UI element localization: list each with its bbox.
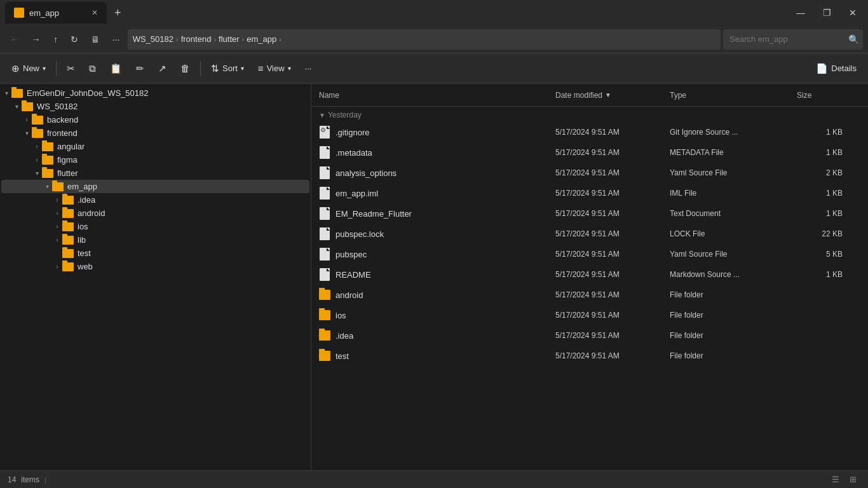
address-more-button[interactable]: ··· xyxy=(107,32,125,47)
table-row[interactable]: pubspec.lock5/17/2024 9:51 AMLOCK File22… xyxy=(311,224,868,244)
grid-view-button[interactable]: ⊞ xyxy=(846,473,860,485)
cut-button[interactable]: ✂ xyxy=(60,59,81,78)
file-name-text: em_app.iml xyxy=(336,189,378,198)
sidebar-item-WS50182[interactable]: ▾WS_50182 xyxy=(1,100,309,113)
file-icon-gear: ⚙ xyxy=(319,126,330,139)
tree-arrow-web: › xyxy=(52,263,62,270)
table-row[interactable]: em_app.iml5/17/2024 9:51 AMIML File1 KB xyxy=(311,183,868,203)
new-icon: ⊕ xyxy=(11,63,20,74)
file-name-text: pubspec.lock xyxy=(336,229,384,239)
sidebar-item-backend[interactable]: ›backend xyxy=(1,113,309,126)
sort-dropdown-arrow: ▾ xyxy=(241,65,244,72)
folder-icon-.idea xyxy=(62,196,74,205)
tree-arrow-frontend: ▾ xyxy=(22,130,32,137)
file-icon-doc xyxy=(319,248,330,261)
sidebar-item-android[interactable]: ›android xyxy=(1,207,309,220)
breadcrumb-flutter[interactable]: flutter xyxy=(219,34,240,44)
sidebar-item-em_app[interactable]: ▾em_app xyxy=(1,180,309,193)
folder-icon-WS50182 xyxy=(22,102,33,111)
forward-button[interactable]: → xyxy=(27,32,46,47)
sidebar-item-.idea[interactable]: ›.idea xyxy=(1,193,309,207)
view-button[interactable]: ≡ View ▾ xyxy=(252,59,297,78)
up-button[interactable]: ↑ xyxy=(48,32,63,47)
file-name-cell-3: em_app.iml xyxy=(319,187,555,200)
table-row[interactable]: .idea5/17/2024 9:51 AMFile folder xyxy=(311,325,868,346)
copy-button[interactable]: ⧉ xyxy=(83,59,102,78)
col-size[interactable]: Size xyxy=(797,91,848,100)
share-button[interactable]: ↗ xyxy=(152,59,173,78)
list-view-button[interactable]: ☰ xyxy=(828,473,843,485)
tab-em-app[interactable]: em_app ✕ xyxy=(5,2,107,24)
breadcrumb-frontend[interactable]: frontend xyxy=(181,34,212,44)
table-row[interactable]: android5/17/2024 9:51 AMFile folder xyxy=(311,285,868,305)
address-bar-monitor-icon[interactable]: 🖥 xyxy=(86,32,105,47)
tree-label-EmGenDir: EmGenDir_JohnDoe_WS_50182 xyxy=(27,88,149,98)
more-options-button[interactable]: ··· xyxy=(299,60,318,77)
file-icon-doc xyxy=(319,166,330,179)
folder-icon-ios xyxy=(62,222,74,231)
table-row[interactable]: ios5/17/2024 9:51 AMFile folder xyxy=(311,305,868,325)
col-date[interactable]: Date modified ▼ xyxy=(555,91,670,100)
tree-label-angular: angular xyxy=(57,142,85,151)
paste-button[interactable]: 📋 xyxy=(104,59,128,78)
table-row[interactable]: ⚙.gitignore5/17/2024 9:51 AMGit Ignore S… xyxy=(311,122,868,142)
minimize-button[interactable]: — xyxy=(790,5,811,20)
group-yesterday[interactable]: ▼ Yesterday xyxy=(311,107,868,122)
file-name-text: test xyxy=(336,351,349,361)
breadcrumb-ws50182[interactable]: WS_50182 xyxy=(133,34,173,44)
table-row[interactable]: pubspec5/17/2024 9:51 AMYaml Source File… xyxy=(311,244,868,264)
tree-arrow-WS50182: ▾ xyxy=(11,103,22,110)
close-button[interactable]: ✕ xyxy=(843,5,863,20)
delete-button[interactable]: 🗑 xyxy=(174,59,196,78)
maximize-button[interactable]: ❐ xyxy=(817,5,837,20)
file-name-text: README xyxy=(336,270,371,280)
sidebar-item-web[interactable]: ›web xyxy=(1,260,309,273)
new-tab-button[interactable]: + xyxy=(109,4,126,22)
sidebar-item-EmGenDir[interactable]: ▾EmGenDir_JohnDoe_WS_50182 xyxy=(1,86,309,100)
tree-label-flutter: flutter xyxy=(57,168,78,178)
sort-button[interactable]: ⇅ Sort ▾ xyxy=(205,59,250,78)
col-name[interactable]: Name xyxy=(319,91,555,100)
toolbar-sep-2 xyxy=(200,61,201,76)
breadcrumb-em-app[interactable]: em_app xyxy=(247,34,276,44)
file-type-cell: Yaml Source File xyxy=(670,168,797,177)
address-bar: ← → ↑ ↻ 🖥 ··· WS_50182 › frontend › flut… xyxy=(0,25,868,53)
file-name-text: .idea xyxy=(336,331,353,341)
col-type[interactable]: Type xyxy=(670,91,797,100)
refresh-button[interactable]: ↻ xyxy=(65,32,83,47)
file-size-cell: 5 KB xyxy=(797,250,848,259)
table-row[interactable]: test5/17/2024 9:51 AMFile folder xyxy=(311,346,868,366)
details-button[interactable]: 📄 Details xyxy=(810,59,863,78)
tab-close-button[interactable]: ✕ xyxy=(92,8,98,17)
sidebar-item-figma[interactable]: ›figma xyxy=(1,153,309,166)
table-row[interactable]: analysis_options5/17/2024 9:51 AMYaml So… xyxy=(311,163,868,183)
file-date-cell: 5/17/2024 9:51 AM xyxy=(555,189,670,198)
back-button[interactable]: ← xyxy=(5,32,24,47)
view-dropdown-arrow: ▾ xyxy=(288,65,291,72)
tree-label-test: test xyxy=(78,248,91,258)
sidebar-item-ios[interactable]: ›ios xyxy=(1,220,309,233)
search-icon-button[interactable]: 🔍 xyxy=(848,34,859,44)
breadcrumb-sep-3: › xyxy=(242,36,245,43)
sidebar-item-frontend[interactable]: ▾frontend xyxy=(1,126,309,140)
sidebar-item-angular[interactable]: ›angular xyxy=(1,140,309,153)
file-name-text: ios xyxy=(336,311,346,320)
search-input[interactable] xyxy=(723,29,863,50)
file-icon-folder xyxy=(319,309,330,322)
folder-icon-EmGenDir xyxy=(11,89,23,98)
folder-icon-angular xyxy=(42,142,53,151)
file-size-cell: 1 KB xyxy=(797,189,848,198)
table-row[interactable]: .metadata5/17/2024 9:51 AMMETADATA File1… xyxy=(311,142,868,163)
rename-button[interactable]: ✏ xyxy=(130,59,151,78)
table-row[interactable]: EM_Readme_Flutter5/17/2024 9:51 AMText D… xyxy=(311,203,868,224)
sidebar-item-flutter[interactable]: ▾flutter xyxy=(1,166,309,180)
sidebar-item-test[interactable]: test xyxy=(1,247,309,260)
sort-label: Sort xyxy=(222,64,238,73)
sidebar-item-lib[interactable]: ›lib xyxy=(1,233,309,247)
sort-arrow-icon: ▼ xyxy=(605,92,611,98)
new-button[interactable]: ⊕ New ▾ xyxy=(5,59,52,78)
share-icon: ↗ xyxy=(158,63,166,74)
file-name-text: EM_Readme_Flutter xyxy=(336,209,412,219)
search-container: 🔍 xyxy=(723,29,863,50)
table-row[interactable]: README5/17/2024 9:51 AMMarkdown Source .… xyxy=(311,264,868,285)
